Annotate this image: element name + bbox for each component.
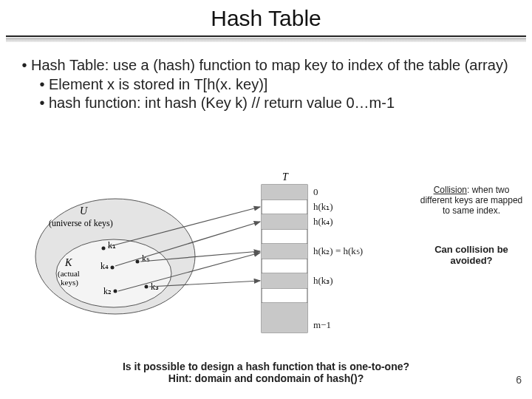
idx-hk4: h(k₄) (313, 216, 333, 227)
idx-hk1: h(k₁) (313, 201, 333, 212)
svg-point-5 (114, 290, 117, 293)
svg-point-3 (111, 266, 115, 270)
svg-point-4 (136, 260, 140, 264)
collision-word: Collision (434, 185, 467, 195)
label-U2: (universe of keys) (49, 218, 113, 228)
svg-rect-17 (262, 185, 307, 200)
body-bullets: • Hash Table: use a (hash) function to m… (0, 43, 532, 113)
idx-m1: m−1 (313, 319, 331, 330)
idx-hk3: h(k₃) (313, 275, 333, 286)
collision-note: Collision: when two different keys are m… (420, 185, 523, 216)
idx-hk25: h(k₂) = h(k₅) (313, 245, 363, 256)
svg-point-6 (145, 285, 149, 289)
hash-diagram: U (universe of keys) K (actual keys) k₁ … (33, 171, 409, 341)
bullet-glyph: • (18, 56, 31, 75)
bottom-question: Is it possible to design a hash function… (0, 361, 532, 384)
label-U: U (80, 205, 88, 216)
key-k5: k₅ (142, 253, 150, 264)
label-K3: keys) (61, 278, 78, 287)
bottom-q-line2: Hint: domain and condomain of hash()? (0, 372, 532, 384)
page-title: Hash Table (0, 6, 532, 31)
svg-rect-20 (262, 273, 307, 288)
idx-0: 0 (313, 186, 318, 197)
bullet-2: Element x is stored in T[h(x. key)] (49, 75, 267, 95)
bullet-glyph: • (35, 75, 49, 95)
page-number: 6 (516, 374, 522, 386)
key-k2: k₂ (103, 286, 112, 296)
bullet-3: hash function: int hash (Key k) // retur… (49, 94, 395, 113)
svg-rect-22 (262, 318, 307, 332)
label-T: T (282, 171, 289, 183)
bottom-q-line1: Is it possible to design a hash function… (0, 361, 532, 372)
collision-question: Can collision be avoided? (420, 244, 523, 266)
label-K: K (64, 257, 72, 268)
svg-rect-21 (262, 303, 307, 318)
svg-point-2 (102, 247, 106, 250)
title-area: Hash Table (0, 0, 532, 43)
svg-rect-19 (262, 244, 307, 259)
key-k4: k₄ (100, 261, 109, 271)
bullet-glyph: • (35, 94, 49, 113)
bullet-1: Hash Table: use a (hash) function to map… (31, 56, 508, 75)
side-notes: Collision: when two different keys are m… (420, 185, 523, 266)
svg-rect-18 (262, 214, 307, 229)
title-rule (6, 35, 526, 43)
table-array: T (262, 171, 307, 332)
